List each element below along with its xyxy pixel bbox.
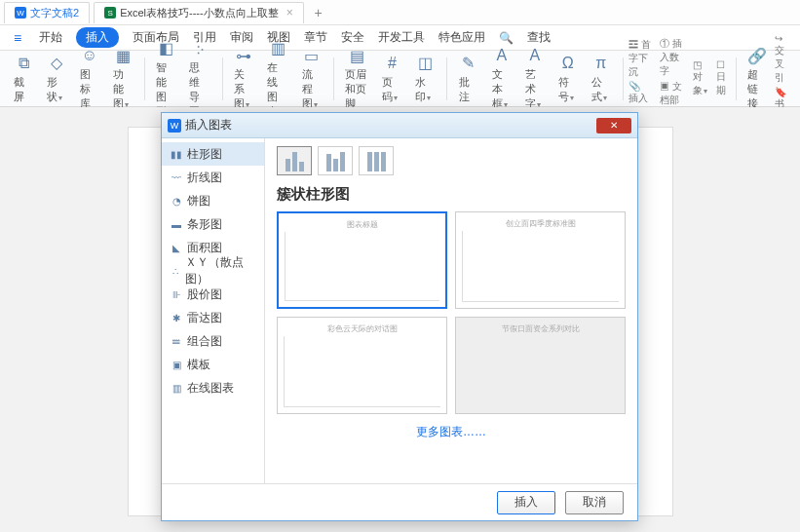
rb-hyperlink[interactable]: 🔗超链接: [742, 44, 773, 113]
search-icon[interactable]: 🔍: [499, 31, 514, 45]
combo-icon: ⩸: [170, 335, 183, 347]
rb-headerfooter[interactable]: ▤页眉和页脚: [339, 44, 374, 113]
scatter-icon: ∴: [170, 265, 181, 277]
stock-icon: ⊪: [170, 288, 183, 300]
subtype-stacked[interactable]: [318, 146, 353, 175]
wps-excel-icon: S: [104, 7, 116, 19]
menu-dev[interactable]: 开发工具: [378, 29, 425, 46]
symbol-icon: Ω: [558, 54, 578, 73]
rb-watermark[interactable]: ◫水印▾: [409, 52, 440, 106]
rb-screenshot[interactable]: ⧉截屏: [8, 52, 39, 106]
subtype-clustered[interactable]: [277, 146, 312, 175]
preview-1-chart: [285, 232, 439, 301]
subtype-percent[interactable]: [359, 146, 394, 175]
side-template[interactable]: ▣模板: [162, 353, 264, 376]
rb-insnum[interactable]: ① 插入数字: [660, 37, 684, 78]
ribbon: ⧉截屏 ◇形状▾ ☺图标库 ▦功能图▾ ◧智能图形 ჻思维导图▾ ⊶关系图▾ ▥…: [0, 51, 800, 107]
close-icon[interactable]: ×: [286, 6, 293, 19]
pagenum-icon: #: [382, 54, 401, 73]
rb-pagenum[interactable]: #页码▾: [376, 52, 407, 106]
doc-tab-2[interactable]: S Excel表格技巧----小数点向上取整 ×: [94, 2, 304, 23]
side-radar[interactable]: ✱雷达图: [162, 306, 264, 329]
area-icon: ◣: [170, 242, 183, 253]
rb-textbox[interactable]: A文本框▾: [486, 44, 517, 113]
dialog-titlebar[interactable]: W 插入图表 ✕: [162, 113, 637, 138]
side-line[interactable]: 〰折线图: [162, 166, 264, 189]
dialog-close-button[interactable]: ✕: [596, 118, 631, 133]
iconlib-icon: ☺: [80, 46, 99, 65]
menu-special[interactable]: 特色应用: [438, 29, 485, 46]
mindmap-icon: ჻: [190, 39, 210, 58]
side-xy[interactable]: ∴ＸＹ（散点图）: [162, 259, 264, 283]
rb-symbol[interactable]: Ω符号▾: [552, 52, 584, 106]
line-icon: 〰: [170, 171, 183, 183]
side-bar[interactable]: ▬条形图: [162, 212, 264, 236]
screenshot-icon: ⧉: [14, 54, 33, 73]
textbox-icon: A: [492, 46, 512, 65]
smartart-icon: ◧: [156, 39, 175, 58]
side-combo[interactable]: ⩸组合图: [162, 329, 264, 353]
wps-word-icon: W: [15, 7, 26, 19]
template-icon: ▣: [170, 359, 183, 370]
app-menu-icon[interactable]: ≡: [10, 30, 25, 46]
preview-3[interactable]: 彩色云天际的对话图: [277, 317, 447, 414]
relation-icon: ⊶: [234, 46, 253, 65]
rb-relation[interactable]: ⊶关系图▾: [228, 44, 259, 113]
flow-icon: ▭: [302, 46, 322, 65]
rb-formula[interactable]: π公式▾: [586, 52, 617, 106]
insert-chart-dialog: W 插入图表 ✕ ▮▮柱形图 〰折线图 ◔饼图 ▬条形图 ◣面积图 ∴ＸＹ（散点…: [161, 112, 638, 521]
preview-2[interactable]: 创立面四季度标准图: [455, 211, 626, 309]
chart-preview-pane: 簇状柱形图 图表标题 创立面四季度标准图: [265, 138, 637, 483]
dialog-footer: 插入 取消: [162, 483, 637, 520]
rb-datetime[interactable]: ☐ 日期: [716, 59, 730, 97]
new-tab-button[interactable]: +: [308, 5, 329, 20]
cancel-button[interactable]: 取消: [565, 491, 624, 514]
pie-icon: ◔: [170, 195, 183, 207]
side-online[interactable]: ▥在线图表: [162, 376, 264, 399]
headerfooter-icon: ▤: [347, 46, 366, 65]
comment-icon: ✎: [459, 54, 478, 73]
subtype-row: [277, 146, 626, 175]
onlinechart-icon: ▥: [268, 39, 287, 58]
rb-funcimg[interactable]: ▦功能图▾: [107, 44, 138, 113]
formula-icon: π: [591, 54, 611, 73]
rb-dropcap[interactable]: ☲ 首字下沉: [629, 38, 652, 79]
online-icon: ▥: [170, 382, 183, 394]
shape-icon: ◇: [47, 54, 66, 73]
tab-label: 文字文稿2: [30, 6, 79, 20]
side-column[interactable]: ▮▮柱形图: [162, 142, 264, 166]
preview-4[interactable]: 节假日面资金系列对比: [455, 317, 626, 414]
preview-2-chart: [462, 231, 619, 302]
bar-icon: ▬: [170, 218, 183, 230]
rb-obj[interactable]: ◳ 对象▾: [693, 59, 708, 97]
radar-icon: ✱: [170, 312, 183, 323]
funcimg-icon: ▦: [113, 46, 133, 65]
preview-1[interactable]: 图表标题: [277, 211, 447, 309]
side-pie[interactable]: ◔饼图: [162, 189, 264, 212]
section-title: 簇状柱形图: [277, 185, 626, 204]
rb-crossref[interactable]: ↪ 交叉引: [775, 33, 792, 85]
preview-4-chart: [462, 336, 619, 407]
column-icon: ▮▮: [170, 148, 183, 160]
wordart-icon: A: [525, 46, 545, 65]
rb-wordart[interactable]: A艺术字▾: [519, 44, 551, 113]
chart-type-list: ▮▮柱形图 〰折线图 ◔饼图 ▬条形图 ◣面积图 ∴ＸＹ（散点图） ⊪股价图 ✱…: [162, 138, 265, 483]
title-bar: W 文字文稿2 S Excel表格技巧----小数点向上取整 × +: [0, 0, 800, 25]
insert-button[interactable]: 插入: [497, 491, 555, 514]
menu-start[interactable]: 开始: [39, 29, 62, 46]
rb-iconlib[interactable]: ☺图标库: [74, 44, 105, 113]
rb-shape[interactable]: ◇形状▾: [41, 52, 72, 106]
doc-tab-1[interactable]: W 文字文稿2: [4, 2, 90, 23]
wps-icon: W: [168, 119, 181, 133]
rb-flow[interactable]: ▭流程图▾: [296, 44, 327, 113]
watermark-icon: ◫: [415, 54, 435, 73]
hyperlink-icon: 🔗: [747, 46, 767, 65]
tab-label: Excel表格技巧----小数点向上取整: [120, 6, 279, 20]
rb-comment[interactable]: ✎批注: [453, 52, 484, 106]
preview-3-chart: [284, 336, 440, 407]
dialog-title: 插入图表: [185, 117, 232, 133]
more-charts-link[interactable]: 更多图表……: [277, 424, 626, 440]
